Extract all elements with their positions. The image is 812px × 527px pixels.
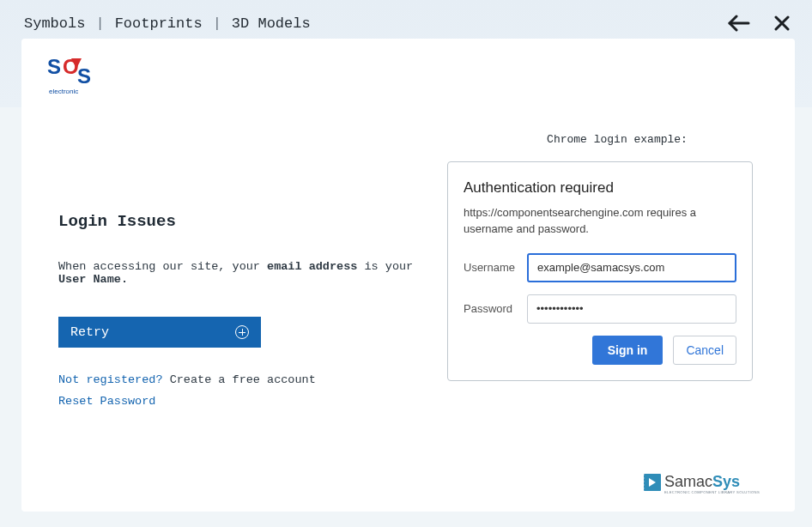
back-button[interactable]	[728, 12, 750, 34]
content-area: Login Issues When accessing our site, yo…	[58, 133, 773, 494]
close-button[interactable]	[771, 12, 793, 34]
auth-dialog-message: https://componentsearchengine.com requir…	[464, 205, 736, 238]
auth-dialog: Authentication required https://componen…	[447, 161, 753, 381]
retry-label: Retry	[70, 325, 109, 340]
username-label: Username	[464, 261, 527, 274]
text-fragment: is your	[357, 260, 413, 273]
reset-password-link[interactable]: Reset Password	[58, 395, 155, 408]
header-actions	[728, 12, 793, 34]
create-account-text: Create a free account	[170, 373, 316, 386]
arrow-left-icon	[728, 15, 750, 32]
not-registered-link[interactable]: Not registered?	[58, 373, 163, 386]
example-caption: Chrome login example:	[466, 133, 768, 146]
tab-separator: |	[213, 15, 221, 32]
password-row: Password	[464, 294, 736, 324]
tab-footprints[interactable]: Footprints	[115, 15, 203, 32]
plus-circle-icon	[235, 325, 249, 339]
header-tabs: Symbols | Footprints | 3D Models	[24, 15, 311, 32]
sos-logo: S O S electronic	[47, 53, 106, 100]
text-fragment-bold: User Name.	[58, 273, 128, 286]
reset-row: Reset Password	[58, 395, 419, 408]
register-row: Not registered? Create a free account	[58, 373, 419, 386]
samacsys-logo: SamacSys ELECTRONIC COMPONENT LIBRARY SO…	[644, 471, 773, 500]
main-panel: S O S electronic Login Issues When acces…	[21, 39, 795, 512]
svg-text:ELECTRONIC COMPONENT LIBRARY S: ELECTRONIC COMPONENT LIBRARY SOLUTIONS	[664, 490, 760, 494]
auth-dialog-actions: Sign in Cancel	[464, 336, 736, 365]
tab-3d-models[interactable]: 3D Models	[232, 15, 311, 32]
login-issues-section: Login Issues When accessing our site, yo…	[58, 212, 419, 416]
tab-separator: |	[95, 15, 104, 32]
username-input[interactable]	[527, 253, 736, 282]
login-issues-text: When accessing our site, your email addr…	[58, 260, 419, 286]
example-section: Chrome login example: Authentication req…	[432, 133, 768, 381]
login-issues-title: Login Issues	[58, 212, 419, 231]
auth-dialog-title: Authentication required	[464, 179, 736, 197]
text-fragment-bold: email address	[267, 260, 357, 273]
username-row: Username	[464, 253, 736, 282]
close-icon	[774, 15, 790, 31]
svg-text:SamacSys: SamacSys	[664, 473, 740, 490]
signin-button[interactable]: Sign in	[592, 336, 664, 365]
password-label: Password	[464, 302, 527, 315]
svg-text:S: S	[77, 64, 91, 88]
password-input[interactable]	[527, 294, 736, 324]
cancel-button[interactable]: Cancel	[673, 336, 736, 365]
svg-text:electronic: electronic	[49, 88, 78, 95]
retry-button[interactable]: Retry	[58, 317, 261, 348]
text-fragment: When accessing our site, your	[58, 260, 267, 273]
tab-symbols[interactable]: Symbols	[24, 15, 85, 32]
svg-text:S: S	[47, 55, 61, 78]
